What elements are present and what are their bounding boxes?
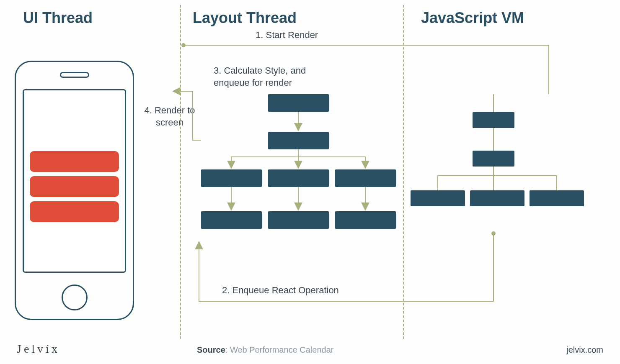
layout-node-l3-3 (335, 211, 396, 229)
separator-right (403, 5, 404, 339)
brand-logo: Jelvíx (17, 342, 60, 356)
heading-ui-thread: UI Thread (23, 9, 93, 27)
label-step-3-line1: 3. Calculate Style, and (214, 65, 306, 76)
label-step-1: 1. Start Render (256, 29, 318, 41)
ui-bar-1 (30, 151, 119, 172)
layout-node-level1 (268, 132, 329, 149)
phone-device (15, 61, 134, 320)
jsvm-node-l2-1 (411, 190, 465, 206)
label-step-3-line2: enqueue for render (214, 77, 292, 88)
layout-node-root (268, 94, 329, 112)
label-step-4: 4. Render to screen (138, 105, 201, 128)
source-value: Web Performance Calendar (230, 345, 334, 354)
layout-node-l2-1 (201, 169, 262, 187)
svg-point-1 (491, 231, 496, 236)
layout-node-l3-2 (268, 211, 329, 229)
label-step-2: 2. Enqueue React Operation (222, 285, 339, 297)
site-link: jelvix.com (566, 345, 603, 355)
separator-left (180, 5, 181, 339)
jsvm-node-root (473, 112, 514, 128)
phone-home-button (62, 285, 88, 310)
ui-bar-2 (30, 176, 119, 197)
layout-node-l2-2 (268, 169, 329, 187)
phone-screen (23, 89, 126, 273)
layout-node-l3-1 (201, 211, 262, 229)
label-step-3: 3. Calculate Style, and enqueue for rend… (214, 65, 306, 89)
label-step-4-line1: 4. Render to (144, 105, 195, 115)
svg-point-0 (181, 43, 186, 47)
ui-bar-3 (30, 201, 119, 222)
source-credit: Source: Web Performance Calendar (197, 345, 333, 355)
layout-node-l2-3 (335, 169, 396, 187)
source-label: Source (197, 345, 225, 354)
heading-js-vm: JavaScript VM (421, 9, 524, 27)
jsvm-node-l2-3 (530, 190, 584, 206)
phone-speaker (60, 72, 89, 78)
jsvm-node-level1 (473, 151, 514, 167)
label-step-4-line2: screen (156, 117, 183, 128)
jsvm-node-l2-2 (470, 190, 524, 206)
heading-layout-thread: Layout Thread (193, 9, 297, 27)
